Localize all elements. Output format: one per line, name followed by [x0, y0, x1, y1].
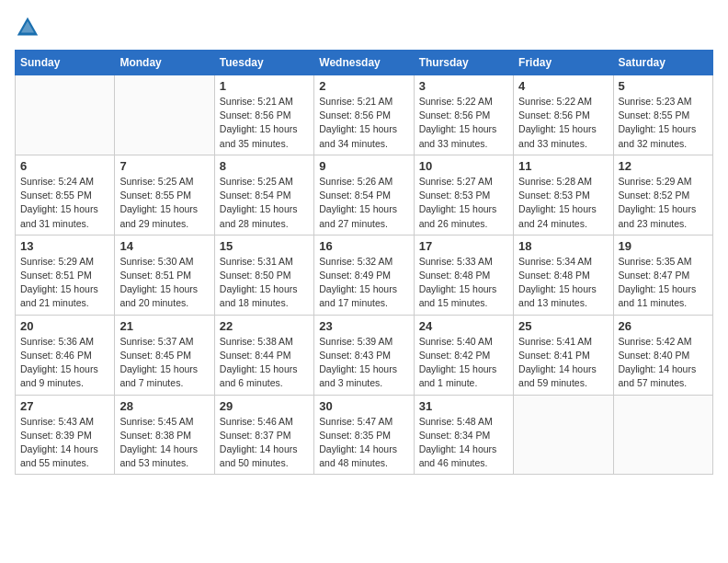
cell-detail: Sunrise: 5:27 AM Sunset: 8:53 PM Dayligh… [419, 175, 508, 231]
day-number: 28 [119, 399, 209, 413]
cell-detail: Sunrise: 5:29 AM Sunset: 8:52 PM Dayligh… [619, 175, 708, 231]
cell-detail: Sunrise: 5:31 AM Sunset: 8:50 PM Dayligh… [220, 255, 309, 311]
calendar-cell: 22Sunrise: 5:38 AM Sunset: 8:44 PM Dayli… [214, 315, 313, 395]
day-number: 15 [220, 239, 309, 253]
cell-detail: Sunrise: 5:21 AM Sunset: 8:56 PM Dayligh… [220, 95, 309, 151]
calendar-cell: 28Sunrise: 5:45 AM Sunset: 8:38 PM Dayli… [115, 395, 214, 475]
day-header-wednesday: Wednesday [314, 51, 414, 75]
calendar-cell: 19Sunrise: 5:35 AM Sunset: 8:47 PM Dayli… [613, 235, 712, 315]
cell-detail: Sunrise: 5:35 AM Sunset: 8:47 PM Dayligh… [619, 255, 708, 311]
cell-detail: Sunrise: 5:21 AM Sunset: 8:56 PM Dayligh… [319, 95, 408, 151]
day-number: 27 [20, 399, 109, 413]
calendar-cell: 6Sunrise: 5:24 AM Sunset: 8:55 PM Daylig… [16, 155, 115, 235]
day-number: 14 [119, 239, 209, 253]
calendar-cell: 31Sunrise: 5:48 AM Sunset: 8:34 PM Dayli… [414, 395, 513, 475]
calendar-cell [16, 75, 115, 155]
cell-detail: Sunrise: 5:36 AM Sunset: 8:46 PM Dayligh… [20, 335, 109, 391]
cell-detail: Sunrise: 5:25 AM Sunset: 8:55 PM Dayligh… [119, 175, 209, 231]
calendar-header-row: SundayMondayTuesdayWednesdayThursdayFrid… [16, 51, 713, 75]
day-header-friday: Friday [514, 51, 613, 75]
day-number: 19 [619, 239, 708, 253]
cell-detail: Sunrise: 5:41 AM Sunset: 8:41 PM Dayligh… [518, 335, 608, 391]
cell-detail: Sunrise: 5:25 AM Sunset: 8:54 PM Dayligh… [220, 175, 309, 231]
cell-detail: Sunrise: 5:24 AM Sunset: 8:55 PM Dayligh… [20, 175, 109, 231]
day-number: 12 [619, 159, 708, 173]
day-number: 6 [20, 159, 109, 173]
cell-detail: Sunrise: 5:23 AM Sunset: 8:55 PM Dayligh… [619, 95, 708, 151]
calendar-cell: 2Sunrise: 5:21 AM Sunset: 8:56 PM Daylig… [314, 75, 414, 155]
calendar-cell [115, 75, 214, 155]
cell-detail: Sunrise: 5:46 AM Sunset: 8:37 PM Dayligh… [220, 415, 309, 471]
day-number: 10 [419, 159, 508, 173]
day-number: 8 [220, 159, 309, 173]
calendar-cell: 8Sunrise: 5:25 AM Sunset: 8:54 PM Daylig… [214, 155, 313, 235]
calendar-cell: 21Sunrise: 5:37 AM Sunset: 8:45 PM Dayli… [115, 315, 214, 395]
cell-detail: Sunrise: 5:32 AM Sunset: 8:49 PM Dayligh… [319, 255, 408, 311]
calendar-week-row: 27Sunrise: 5:43 AM Sunset: 8:39 PM Dayli… [16, 395, 713, 475]
day-number: 25 [518, 319, 608, 333]
day-number: 13 [20, 239, 109, 253]
day-number: 1 [220, 79, 309, 93]
cell-detail: Sunrise: 5:42 AM Sunset: 8:40 PM Dayligh… [619, 335, 708, 391]
calendar-cell: 15Sunrise: 5:31 AM Sunset: 8:50 PM Dayli… [214, 235, 313, 315]
cell-detail: Sunrise: 5:22 AM Sunset: 8:56 PM Dayligh… [419, 95, 508, 151]
day-number: 20 [20, 319, 109, 333]
calendar-cell: 24Sunrise: 5:40 AM Sunset: 8:42 PM Dayli… [414, 315, 513, 395]
day-number: 31 [419, 399, 508, 413]
day-number: 17 [419, 239, 508, 253]
day-header-monday: Monday [115, 51, 214, 75]
calendar-cell: 27Sunrise: 5:43 AM Sunset: 8:39 PM Dayli… [16, 395, 115, 475]
day-number: 26 [619, 319, 708, 333]
calendar-cell: 9Sunrise: 5:26 AM Sunset: 8:54 PM Daylig… [314, 155, 414, 235]
day-number: 30 [319, 399, 408, 413]
calendar-week-row: 20Sunrise: 5:36 AM Sunset: 8:46 PM Dayli… [16, 315, 713, 395]
cell-detail: Sunrise: 5:37 AM Sunset: 8:45 PM Dayligh… [119, 335, 209, 391]
day-number: 2 [319, 79, 408, 93]
day-number: 7 [119, 159, 209, 173]
logo [15, 15, 44, 40]
day-header-thursday: Thursday [414, 51, 513, 75]
day-number: 16 [319, 239, 408, 253]
cell-detail: Sunrise: 5:38 AM Sunset: 8:44 PM Dayligh… [220, 335, 309, 391]
cell-detail: Sunrise: 5:30 AM Sunset: 8:51 PM Dayligh… [119, 255, 209, 311]
calendar-cell: 14Sunrise: 5:30 AM Sunset: 8:51 PM Dayli… [115, 235, 214, 315]
cell-detail: Sunrise: 5:39 AM Sunset: 8:43 PM Dayligh… [319, 335, 408, 391]
calendar-cell: 3Sunrise: 5:22 AM Sunset: 8:56 PM Daylig… [414, 75, 513, 155]
cell-detail: Sunrise: 5:47 AM Sunset: 8:35 PM Dayligh… [319, 415, 408, 471]
calendar-cell: 26Sunrise: 5:42 AM Sunset: 8:40 PM Dayli… [613, 315, 712, 395]
day-number: 4 [518, 79, 608, 93]
cell-detail: Sunrise: 5:48 AM Sunset: 8:34 PM Dayligh… [419, 415, 508, 471]
calendar-cell: 4Sunrise: 5:22 AM Sunset: 8:56 PM Daylig… [514, 75, 613, 155]
cell-detail: Sunrise: 5:29 AM Sunset: 8:51 PM Dayligh… [20, 255, 109, 311]
cell-detail: Sunrise: 5:26 AM Sunset: 8:54 PM Dayligh… [319, 175, 408, 231]
cell-detail: Sunrise: 5:40 AM Sunset: 8:42 PM Dayligh… [419, 335, 508, 391]
day-number: 5 [619, 79, 708, 93]
calendar-cell [613, 395, 712, 475]
calendar-table: SundayMondayTuesdayWednesdayThursdayFrid… [15, 50, 713, 475]
day-number: 3 [419, 79, 508, 93]
day-number: 9 [319, 159, 408, 173]
calendar-cell: 13Sunrise: 5:29 AM Sunset: 8:51 PM Dayli… [16, 235, 115, 315]
day-number: 18 [518, 239, 608, 253]
calendar-cell: 20Sunrise: 5:36 AM Sunset: 8:46 PM Dayli… [16, 315, 115, 395]
calendar-cell: 11Sunrise: 5:28 AM Sunset: 8:53 PM Dayli… [514, 155, 613, 235]
calendar-cell: 16Sunrise: 5:32 AM Sunset: 8:49 PM Dayli… [314, 235, 414, 315]
logo-icon [15, 15, 40, 40]
day-header-saturday: Saturday [613, 51, 712, 75]
day-number: 22 [220, 319, 309, 333]
cell-detail: Sunrise: 5:45 AM Sunset: 8:38 PM Dayligh… [119, 415, 209, 471]
calendar-cell: 18Sunrise: 5:34 AM Sunset: 8:48 PM Dayli… [514, 235, 613, 315]
day-number: 21 [119, 319, 209, 333]
calendar-cell: 5Sunrise: 5:23 AM Sunset: 8:55 PM Daylig… [613, 75, 712, 155]
calendar-cell: 29Sunrise: 5:46 AM Sunset: 8:37 PM Dayli… [214, 395, 313, 475]
page-header [15, 15, 713, 40]
cell-detail: Sunrise: 5:33 AM Sunset: 8:48 PM Dayligh… [419, 255, 508, 311]
calendar-cell [514, 395, 613, 475]
day-number: 29 [220, 399, 309, 413]
calendar-week-row: 13Sunrise: 5:29 AM Sunset: 8:51 PM Dayli… [16, 235, 713, 315]
calendar-cell: 17Sunrise: 5:33 AM Sunset: 8:48 PM Dayli… [414, 235, 513, 315]
day-number: 11 [518, 159, 608, 173]
day-header-tuesday: Tuesday [214, 51, 313, 75]
calendar-cell: 25Sunrise: 5:41 AM Sunset: 8:41 PM Dayli… [514, 315, 613, 395]
calendar-cell: 23Sunrise: 5:39 AM Sunset: 8:43 PM Dayli… [314, 315, 414, 395]
